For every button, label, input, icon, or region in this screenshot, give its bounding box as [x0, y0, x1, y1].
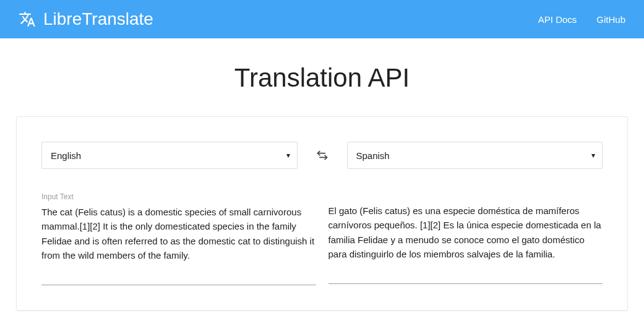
swap-languages-button[interactable] — [310, 149, 335, 162]
page-title: Translation API — [12, 63, 632, 93]
target-language-select[interactable]: Spanish — [347, 142, 603, 169]
nav-github[interactable]: GitHub — [596, 14, 625, 25]
translate-icon — [19, 11, 36, 28]
target-language-wrap: Spanish ▾ — [347, 142, 603, 169]
nav-links: API Docs GitHub — [538, 14, 625, 25]
main: Translation API English ▾ Spanish — [0, 38, 644, 323]
translation-card: English ▾ Spanish ▾ In — [16, 116, 628, 311]
brand-title: LibreTranslate — [43, 9, 153, 29]
text-row: Input Text El gato (Felis catus) es una … — [41, 192, 603, 285]
brand[interactable]: LibreTranslate — [19, 9, 153, 29]
output-text: El gato (Felis catus) es una especie dom… — [328, 204, 603, 284]
input-textarea[interactable] — [41, 205, 316, 285]
input-column: Input Text — [41, 192, 316, 285]
nav-api-docs[interactable]: API Docs — [538, 14, 577, 25]
input-label: Input Text — [41, 192, 316, 201]
source-language-wrap: English ▾ — [41, 142, 298, 169]
language-row: English ▾ Spanish ▾ — [41, 142, 603, 169]
output-column: El gato (Felis catus) es una especie dom… — [328, 192, 603, 285]
app-header: LibreTranslate API Docs GitHub — [0, 0, 644, 38]
source-language-select[interactable]: English — [41, 142, 298, 169]
swap-icon — [316, 149, 328, 162]
